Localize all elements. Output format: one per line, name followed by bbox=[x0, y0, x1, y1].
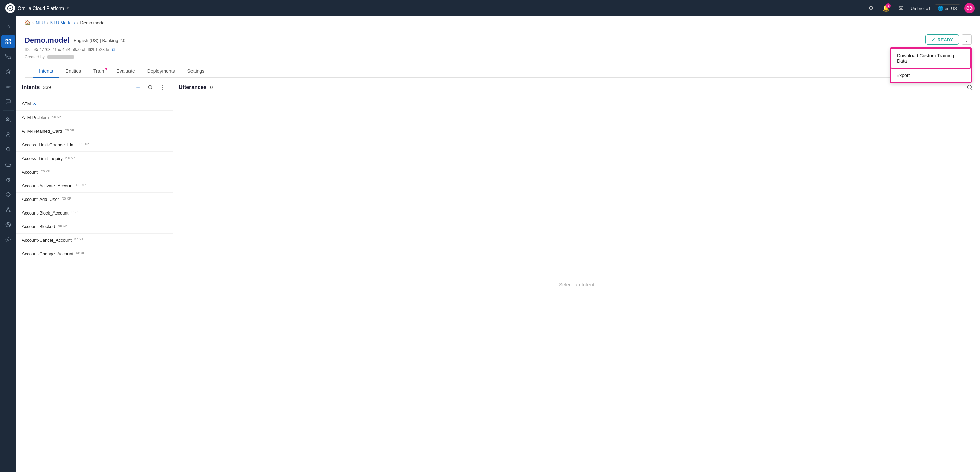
sidebar-item-layers[interactable] bbox=[2, 35, 15, 48]
sidebar-item-gear[interactable]: ⚙ bbox=[2, 173, 15, 187]
intent-name: Account-Add_User bbox=[22, 197, 59, 202]
breadcrumb-nlu[interactable]: NLU bbox=[36, 20, 45, 25]
model-subtitle: English (US) | Banking 2.0 bbox=[73, 38, 126, 43]
svg-line-19 bbox=[971, 88, 972, 89]
utterances-title: Utterances bbox=[178, 84, 207, 90]
list-item[interactable]: Account RB XP bbox=[16, 166, 173, 179]
notification-button[interactable]: 🔔 1 bbox=[880, 3, 891, 14]
language-label: en-US bbox=[945, 6, 957, 11]
utterances-empty-label: Select an Intent bbox=[559, 282, 594, 287]
list-item[interactable]: Access_Limit-Inquiry RB XP bbox=[16, 152, 173, 166]
list-item[interactable]: Account-Activate_Account RB XP bbox=[16, 179, 173, 193]
nav-left: Omilia Cloud Platform® bbox=[5, 3, 69, 13]
app-logo: Omilia Cloud Platform® bbox=[5, 3, 69, 13]
tab-deployments[interactable]: Deployments bbox=[141, 65, 181, 78]
dropdown-item-export[interactable]: Export bbox=[891, 69, 971, 82]
intent-tag: RB XP bbox=[76, 251, 85, 256]
intent-tag: RB XP bbox=[58, 224, 67, 229]
tab-entities[interactable]: Entities bbox=[59, 65, 87, 78]
svg-point-5 bbox=[6, 118, 8, 120]
intent-tag: RB XP bbox=[65, 156, 75, 161]
intents-header: Intents 339 + ⋮ bbox=[16, 78, 173, 97]
svg-point-9 bbox=[6, 211, 7, 212]
ready-button[interactable]: ✓ READY bbox=[926, 34, 959, 45]
sidebar-item-home[interactable]: ⌂ bbox=[2, 20, 15, 33]
messages-button[interactable]: ✉ bbox=[896, 3, 907, 14]
list-item[interactable]: Account-Change_Account RB XP bbox=[16, 247, 173, 261]
sidebar-item-user-circle[interactable] bbox=[2, 218, 15, 231]
notification-badge: 1 bbox=[886, 3, 891, 8]
intent-tag: RB XP bbox=[74, 238, 83, 242]
intent-name: Account-Block_Account bbox=[22, 210, 68, 215]
breadcrumb-current: Demo.model bbox=[80, 20, 106, 25]
list-item[interactable]: ATM 👁 bbox=[16, 97, 173, 111]
sidebar-item-network[interactable] bbox=[2, 203, 15, 217]
list-item[interactable]: Account-Block_Account RB XP bbox=[16, 206, 173, 220]
utterances-count: 0 bbox=[210, 85, 213, 90]
search-utterances-button[interactable] bbox=[965, 83, 975, 92]
user-name: Umbrella1 bbox=[910, 6, 931, 11]
main-content: 🏠 › NLU › NLU Models › Demo.model Demo.m… bbox=[16, 16, 980, 472]
sidebar-item-chat[interactable] bbox=[2, 95, 15, 108]
svg-point-7 bbox=[7, 133, 9, 134]
svg-line-17 bbox=[151, 88, 152, 89]
intent-name: ATM-Problem bbox=[22, 115, 49, 120]
intent-tag: RB XP bbox=[62, 197, 71, 202]
list-item[interactable]: ATM-Retained_Card RB XP bbox=[16, 124, 173, 138]
app-name: Omilia Cloud Platform bbox=[18, 5, 64, 11]
breadcrumb-nlu-models[interactable]: NLU Models bbox=[51, 20, 75, 25]
sidebar-item-person[interactable] bbox=[2, 128, 15, 142]
intent-tag: RB XP bbox=[65, 129, 74, 133]
sidebar-item-people[interactable] bbox=[2, 113, 15, 126]
svg-rect-1 bbox=[6, 39, 8, 41]
id-value: b3e47703-71ac-45f4-a8a0-cbd62b1e23de bbox=[32, 48, 109, 52]
svg-point-18 bbox=[967, 85, 972, 89]
tab-evaluate[interactable]: Evaluate bbox=[110, 65, 141, 78]
sidebar-item-phone[interactable] bbox=[2, 50, 15, 64]
list-item[interactable]: Account-Blocked RB XP bbox=[16, 220, 173, 234]
add-intent-button[interactable]: + bbox=[133, 83, 143, 92]
svg-point-14 bbox=[8, 223, 9, 225]
dropdown-item-download[interactable]: Download Custom Training Data bbox=[891, 48, 971, 69]
tab-intents[interactable]: Intents bbox=[33, 65, 59, 78]
breadcrumb-home[interactable]: 🏠 bbox=[24, 20, 30, 25]
breadcrumb-sep-1: › bbox=[32, 20, 34, 25]
sidebar-item-bulb[interactable] bbox=[2, 143, 15, 156]
svg-point-15 bbox=[8, 239, 9, 241]
copy-id-button[interactable]: ⧉ bbox=[112, 47, 115, 53]
page-header: Demo.model English (US) | Banking 2.0 ID… bbox=[16, 29, 980, 78]
intents-more-button[interactable]: ⋮ bbox=[158, 83, 167, 92]
sidebar-item-settings-alt[interactable] bbox=[2, 233, 15, 247]
sidebar-item-cloud[interactable] bbox=[2, 158, 15, 172]
top-nav: Omilia Cloud Platform® ⚙ 🔔 1 ✉ Umbrella1… bbox=[0, 0, 980, 16]
intent-tag: RB XP bbox=[80, 142, 89, 147]
list-item[interactable]: Account-Add_User RB XP bbox=[16, 193, 173, 206]
intent-name: Account-Activate_Account bbox=[22, 183, 73, 188]
list-item[interactable]: ATM-Problem RB XP bbox=[16, 111, 173, 124]
ready-label: READY bbox=[937, 37, 953, 42]
model-id-row: ID: b3e47703-71ac-45f4-a8a0-cbd62b1e23de… bbox=[24, 47, 972, 53]
tab-train[interactable]: Train bbox=[87, 65, 110, 78]
more-options-button[interactable]: ⋮ bbox=[962, 34, 972, 45]
list-item[interactable]: Account-Cancel_Account RB XP bbox=[16, 234, 173, 247]
intent-name: Access_Limit-Change_Limit bbox=[22, 142, 77, 147]
svg-rect-2 bbox=[9, 39, 11, 41]
header-actions: ✓ READY ⋮ Download Custom Training Data … bbox=[926, 34, 972, 45]
list-item[interactable]: Access_Limit-Change_Limit RB XP bbox=[16, 138, 173, 152]
sidebar-item-edit[interactable]: ✏ bbox=[2, 80, 15, 93]
tabs: Intents Entities Train Evaluate Deployme… bbox=[24, 65, 972, 78]
eye-icon[interactable]: 👁 bbox=[33, 102, 37, 107]
nav-right: ⚙ 🔔 1 ✉ Umbrella1 🌐 en-US OD bbox=[865, 3, 975, 14]
sidebar-item-rocket[interactable] bbox=[2, 65, 15, 78]
sidebar-item-puzzle[interactable] bbox=[2, 188, 15, 202]
search-intents-button[interactable] bbox=[145, 83, 155, 92]
globe-icon: 🌐 bbox=[938, 6, 943, 11]
language-selector[interactable]: 🌐 en-US bbox=[935, 5, 960, 12]
intents-actions: + ⋮ bbox=[133, 83, 167, 92]
svg-rect-3 bbox=[6, 42, 8, 44]
id-label: ID: bbox=[24, 48, 30, 52]
utterances-empty: Select an Intent bbox=[173, 97, 980, 472]
tab-settings[interactable]: Settings bbox=[181, 65, 211, 78]
intent-tag: RB XP bbox=[76, 183, 86, 188]
settings-nav-button[interactable]: ⚙ bbox=[865, 3, 877, 14]
